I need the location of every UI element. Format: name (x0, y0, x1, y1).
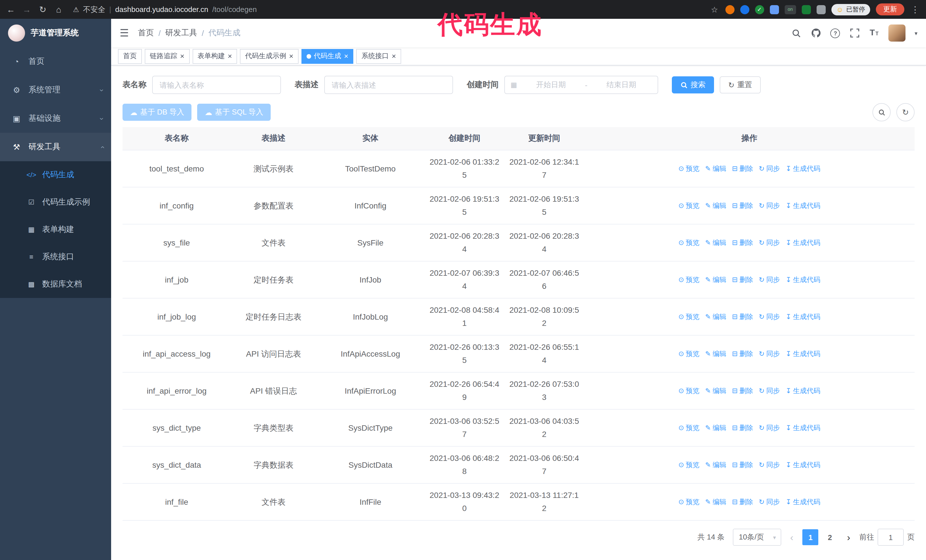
sidebar-subitem-code[interactable]: </>代码生成 (0, 161, 111, 189)
action-delete[interactable]: ⊟删除 (732, 236, 753, 249)
bookmark-star-icon[interactable]: ☆ (709, 5, 719, 14)
refresh-table-button[interactable]: ↻ (896, 103, 915, 121)
import-sql-button[interactable]: ☁ 基于 SQL 导入 (197, 104, 271, 121)
extension-icon-blue[interactable] (740, 5, 749, 14)
tab-5[interactable]: 系统接口× (356, 49, 401, 63)
action-preview[interactable]: ⊙预览 (678, 162, 699, 175)
action-generate-code[interactable]: ↧生成代码 (785, 496, 820, 509)
back-icon[interactable]: ← (6, 5, 16, 14)
tab-3[interactable]: 代码生成示例× (240, 49, 298, 63)
action-preview[interactable]: ⊙预览 (678, 236, 699, 249)
browser-menu-icon[interactable]: ⋮ (910, 4, 920, 15)
action-delete[interactable]: ⊟删除 (732, 162, 753, 175)
sidebar-subitem-form[interactable]: ▦表单构建 (0, 216, 111, 243)
action-delete[interactable]: ⊟删除 (732, 421, 753, 435)
action-generate-code[interactable]: ↧生成代码 (785, 236, 820, 249)
action-delete[interactable]: ⊟删除 (732, 385, 753, 398)
action-generate-code[interactable]: ↧生成代码 (785, 311, 820, 324)
close-icon[interactable]: × (344, 53, 348, 60)
action-preview[interactable]: ⊙预览 (678, 199, 699, 213)
action-edit[interactable]: ✎编辑 (705, 347, 726, 361)
close-icon[interactable]: × (228, 53, 232, 60)
import-db-button[interactable]: ☁ 基于 DB 导入 (123, 104, 192, 121)
extension-icon-people[interactable] (770, 5, 779, 14)
font-size-icon[interactable]: TT (869, 27, 879, 39)
action-sync[interactable]: ↻同步 (759, 347, 780, 361)
action-sync[interactable]: ↻同步 (759, 421, 780, 435)
action-generate-code[interactable]: ↧生成代码 (785, 199, 820, 213)
extensions-puzzle-icon[interactable] (816, 5, 825, 14)
chevron-down-icon[interactable]: ▾ (915, 30, 917, 36)
fullscreen-icon[interactable] (850, 27, 860, 39)
action-preview[interactable]: ⊙预览 (678, 459, 699, 472)
action-sync[interactable]: ↻同步 (759, 273, 780, 287)
page-size-select[interactable]: 10条/页 ▾ (732, 529, 781, 546)
action-generate-code[interactable]: ↧生成代码 (785, 273, 820, 287)
action-preview[interactable]: ⊙预览 (678, 273, 699, 287)
search-button[interactable]: 搜索 (672, 76, 714, 94)
reset-button[interactable]: ↻ 重置 (720, 76, 761, 94)
tab-1[interactable]: 链路追踪× (145, 49, 189, 63)
action-edit[interactable]: ✎编辑 (705, 199, 726, 213)
tab-0[interactable]: 首页 (118, 49, 142, 63)
action-generate-code[interactable]: ↧生成代码 (785, 421, 820, 435)
user-avatar[interactable] (888, 24, 905, 42)
action-edit[interactable]: ✎编辑 (705, 162, 726, 175)
sidebar-item-infra[interactable]: ▣基础设施› (0, 104, 111, 133)
action-preview[interactable]: ⊙预览 (678, 347, 699, 361)
date-range-picker[interactable]: ▦ 开始日期 - 结束日期 (504, 76, 658, 94)
page-button-1[interactable]: 1 (803, 529, 819, 545)
github-icon[interactable] (811, 27, 821, 39)
prev-page-button[interactable]: ‹ (789, 532, 794, 542)
extension-icon-leaf[interactable] (802, 5, 811, 14)
extension-icon-on-badge[interactable]: on (784, 5, 796, 14)
action-generate-code[interactable]: ↧生成代码 (785, 459, 820, 472)
action-sync[interactable]: ↻同步 (759, 385, 780, 398)
action-delete[interactable]: ⊟删除 (732, 273, 753, 287)
goto-page-input[interactable] (878, 529, 904, 546)
breadcrumb-dev-tools[interactable]: 研发工具 (165, 28, 197, 38)
action-edit[interactable]: ✎编辑 (705, 236, 726, 249)
action-sync[interactable]: ↻同步 (759, 459, 780, 472)
table-desc-input[interactable] (324, 76, 453, 94)
toggle-search-button[interactable] (872, 103, 891, 121)
sidebar-toggle-icon[interactable]: ☰ (120, 27, 129, 39)
extension-icon-green-check[interactable]: ✓ (755, 5, 764, 14)
action-edit[interactable]: ✎编辑 (705, 421, 726, 435)
action-generate-code[interactable]: ↧生成代码 (785, 162, 820, 175)
action-sync[interactable]: ↻同步 (759, 311, 780, 324)
address-bar[interactable]: ⚠ 不安全 | dashboard.yudao.iocoder.cn/tool/… (73, 4, 704, 15)
action-generate-code[interactable]: ↧生成代码 (785, 347, 820, 361)
action-sync[interactable]: ↻同步 (759, 199, 780, 213)
action-delete[interactable]: ⊟删除 (732, 199, 753, 213)
breadcrumb-home[interactable]: 首页 (138, 28, 154, 38)
close-icon[interactable]: × (392, 53, 396, 60)
tab-2[interactable]: 表单构建× (192, 49, 237, 63)
sidebar-item-tools[interactable]: ⚒研发工具› (0, 133, 111, 161)
paused-chip[interactable]: ☺已暂停 (831, 4, 870, 15)
sidebar-subitem-db-doc[interactable]: ▩数据库文档 (0, 270, 111, 298)
app-logo[interactable]: 芋道管理系统 (0, 19, 111, 47)
action-edit[interactable]: ✎编辑 (705, 311, 726, 324)
close-icon[interactable]: × (289, 53, 293, 60)
action-preview[interactable]: ⊙预览 (678, 421, 699, 435)
help-icon[interactable]: ? (830, 27, 841, 39)
action-sync[interactable]: ↻同步 (759, 236, 780, 249)
browser-home-icon[interactable]: ⌂ (54, 5, 64, 14)
action-generate-code[interactable]: ↧生成代码 (785, 385, 820, 398)
sidebar-item-home[interactable]: ◔首页 (0, 47, 111, 76)
close-icon[interactable]: × (180, 53, 185, 60)
table-name-input[interactable] (152, 76, 281, 94)
action-delete[interactable]: ⊟删除 (732, 496, 753, 509)
action-sync[interactable]: ↻同步 (759, 162, 780, 175)
forward-icon[interactable]: → (22, 5, 32, 14)
action-delete[interactable]: ⊟删除 (732, 347, 753, 361)
action-preview[interactable]: ⊙预览 (678, 496, 699, 509)
tab-4[interactable]: 代码生成× (301, 49, 354, 63)
action-sync[interactable]: ↻同步 (759, 496, 780, 509)
action-edit[interactable]: ✎编辑 (705, 385, 726, 398)
action-edit[interactable]: ✎编辑 (705, 459, 726, 472)
action-preview[interactable]: ⊙预览 (678, 385, 699, 398)
next-page-button[interactable]: › (846, 532, 851, 542)
sidebar-subitem-api[interactable]: ≡系统接口 (0, 243, 111, 270)
